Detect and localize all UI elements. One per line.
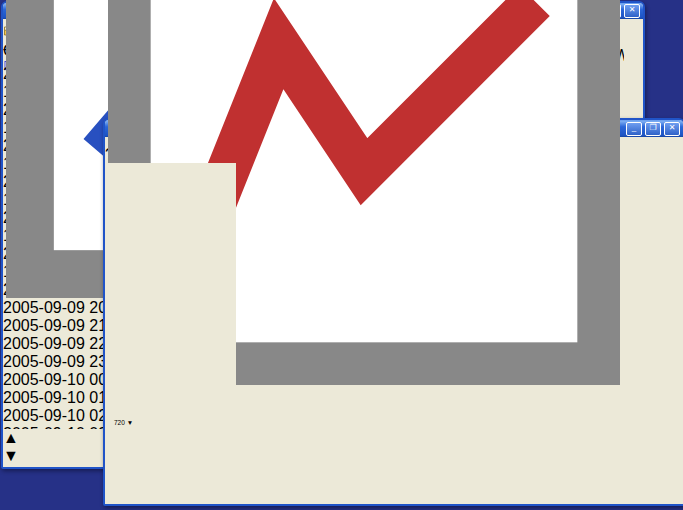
close-button[interactable]: ✕ [664,122,680,136]
records-combobox[interactable]: 720 ▼ [114,416,170,430]
records-value: 720 [114,419,125,426]
maximize-button[interactable]: ❐ [645,122,661,136]
series-panel [105,163,236,504]
desktop: View Pro 4.1 - [C:\DataFiles\Logan_OneHo… [0,0,683,510]
table-vertical-scrollbar[interactable]: ▲ ▼ [3,429,16,510]
chevron-down-icon[interactable]: ▼ [127,419,133,426]
scroll-up-icon[interactable]: ▲ [3,429,19,446]
minimize-button[interactable]: _ [626,122,642,136]
close-button[interactable]: ✕ [624,4,640,18]
scroll-down-icon[interactable]: ▼ [3,447,19,464]
graph-window: Graph2 _ ❐ ✕ Σ ? ✓EncRH33.99✓AirTemp_Avg… [103,118,683,506]
graph-titlebar[interactable]: Graph2 _ ❐ ✕ [105,120,683,137]
